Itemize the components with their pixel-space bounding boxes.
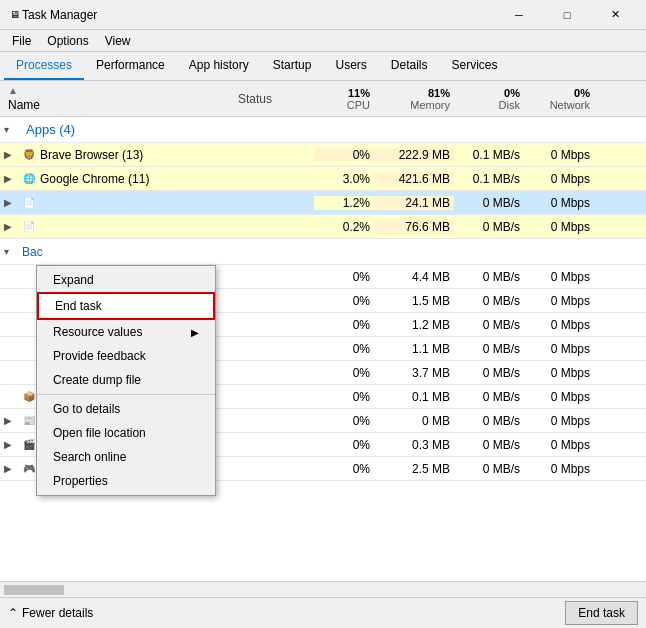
table-header: ▲ Name Status 11% CPU 81% Memory 0% Disk… [0, 81, 646, 117]
fewer-details-label: Fewer details [22, 606, 93, 620]
expand-icon: ▶ [4, 197, 18, 208]
menu-file[interactable]: File [4, 32, 39, 50]
window-controls: ─ □ ✕ [496, 0, 638, 30]
app-name: Google Chrome (11) [40, 172, 149, 186]
app-icon-generic: 📄 [22, 196, 36, 210]
table-row[interactable]: ▶ 🌐 Google Chrome (11) 3.0% 421.6 MB 0.1… [0, 167, 646, 191]
context-menu: Expand End task Resource values ▶ Provid… [36, 265, 216, 496]
table-row[interactable]: ▶ 🦁 Brave Browser (13) 0% 222.9 MB 0.1 M… [0, 143, 646, 167]
table-row[interactable]: ▶ 📄 0.2% 76.6 MB 0 MB/s 0 Mbps [0, 215, 646, 239]
table-body[interactable]: ▾ Apps (4) ▶ 🦁 Brave Browser (13) 0% 222… [0, 117, 646, 581]
app-name: Brave Browser (13) [40, 148, 143, 162]
app-icon: 🖥 [8, 8, 22, 22]
tab-processes[interactable]: Processes [4, 52, 84, 80]
ctx-open-file-location[interactable]: Open file location [37, 421, 215, 445]
col-header-network[interactable]: 0% Network [524, 87, 594, 111]
apps-group-label: Apps (4) [22, 122, 75, 137]
window-title: Task Manager [22, 8, 496, 22]
feeds-icon: 📰 [22, 414, 36, 428]
gaming-icon: 🎮 [22, 462, 36, 476]
tab-startup[interactable]: Startup [261, 52, 324, 80]
main-content: ▲ Name Status 11% CPU 81% Memory 0% Disk… [0, 81, 646, 597]
ctx-separator [37, 394, 215, 395]
bottom-bar: ⌃ Fewer details End task [0, 597, 646, 627]
tab-bar: Processes Performance App history Startu… [0, 52, 646, 81]
maximize-button[interactable]: □ [544, 0, 590, 30]
horizontal-scrollbar[interactable] [0, 581, 646, 597]
group-apps[interactable]: ▾ Apps (4) [0, 117, 646, 143]
tab-details[interactable]: Details [379, 52, 440, 80]
expand-icon: ▶ [4, 415, 18, 426]
ctx-create-dump[interactable]: Create dump file [37, 368, 215, 392]
end-task-button[interactable]: End task [565, 601, 638, 625]
close-button[interactable]: ✕ [592, 0, 638, 30]
ctx-go-to-details[interactable]: Go to details [37, 397, 215, 421]
menu-bar: File Options View [0, 30, 646, 52]
chrome-icon: 🌐 [22, 172, 36, 186]
minimize-button[interactable]: ─ [496, 0, 542, 30]
brave-icon: 🦁 [22, 148, 36, 162]
expand-icon: ▶ [4, 149, 18, 160]
submenu-arrow-icon: ▶ [191, 327, 199, 338]
expand-icon: ▶ [4, 439, 18, 450]
expand-icon: ▶ [4, 221, 18, 232]
title-bar: 🖥 Task Manager ─ □ ✕ [0, 0, 646, 30]
col-header-status[interactable]: Status [234, 92, 314, 106]
menu-view[interactable]: View [97, 32, 139, 50]
expand-icon: ▾ [4, 124, 18, 135]
col-header-name[interactable]: ▲ Name [4, 85, 234, 112]
expand-icon: ▶ [4, 463, 18, 474]
col-header-memory[interactable]: 81% Memory [374, 87, 454, 111]
col-header-cpu[interactable]: 11% CPU [314, 87, 374, 111]
expand-icon: ▶ [4, 173, 18, 184]
tab-performance[interactable]: Performance [84, 52, 177, 80]
menu-options[interactable]: Options [39, 32, 96, 50]
col-name-label: Name [8, 98, 40, 112]
col-header-disk[interactable]: 0% Disk [454, 87, 524, 111]
ctx-properties[interactable]: Properties [37, 469, 215, 493]
fewer-details-button[interactable]: ⌃ Fewer details [8, 606, 93, 620]
ctx-search-online[interactable]: Search online [37, 445, 215, 469]
tab-services[interactable]: Services [440, 52, 510, 80]
expand-icon: ▾ [4, 246, 18, 257]
tab-users[interactable]: Users [323, 52, 378, 80]
sort-arrow: ▲ [8, 85, 18, 96]
tab-app-history[interactable]: App history [177, 52, 261, 80]
chevron-down-icon: ⌃ [8, 606, 18, 620]
group-background[interactable]: ▾ Bac [0, 239, 646, 265]
table-row[interactable]: ▶ 📄 1.2% 24.1 MB 0 MB/s 0 Mbps [0, 191, 646, 215]
bg-group-label: Bac [22, 245, 43, 259]
ctx-expand[interactable]: Expand [37, 268, 215, 292]
features-icon: 📦 [22, 390, 36, 404]
app-icon-generic: 📄 [22, 220, 36, 234]
filmstv-icon: 🎬 [22, 438, 36, 452]
ctx-resource-values[interactable]: Resource values ▶ [37, 320, 215, 344]
ctx-provide-feedback[interactable]: Provide feedback [37, 344, 215, 368]
ctx-end-task[interactable]: End task [37, 292, 215, 320]
h-scroll-thumb[interactable] [4, 585, 64, 595]
